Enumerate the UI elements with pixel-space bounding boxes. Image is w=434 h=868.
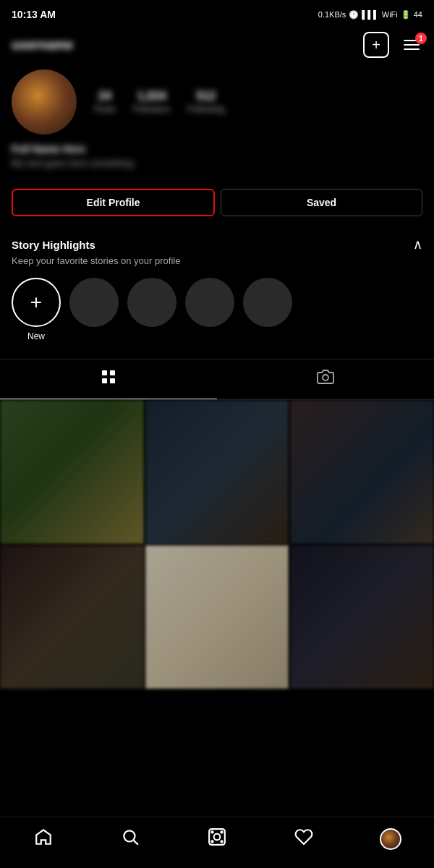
nav-search[interactable] [112, 825, 148, 854]
nav-profile-avatar [380, 828, 401, 850]
svg-rect-1 [110, 370, 115, 375]
hamburger-line-3 [404, 48, 420, 50]
followers-count: 1,024 [137, 90, 166, 103]
edit-profile-button[interactable]: Edit Profile [12, 189, 215, 216]
followers-label: Followers [133, 104, 170, 114]
photo-cell-6[interactable] [290, 545, 434, 689]
highlight-circle-2 [127, 278, 176, 327]
highlight-item-3[interactable] [185, 278, 234, 341]
saved-button[interactable]: Saved [221, 189, 422, 216]
photo-cell-2[interactable] [145, 400, 289, 544]
svg-point-11 [211, 841, 213, 842]
battery-icon: 🔋 [401, 10, 411, 20]
photo-grid [0, 400, 434, 689]
posts-label: Posts [94, 104, 116, 114]
photo-cell-3[interactable] [290, 400, 434, 544]
svg-line-6 [134, 841, 138, 845]
status-bar: 10:13 AM 0.1KB/s 🕐 ▌▌▌ WiFi 🔋 44 [0, 0, 434, 26]
header-actions: + 1 [363, 32, 422, 58]
app-header: username + 1 [0, 26, 434, 64]
highlight-circle-1 [69, 278, 119, 327]
add-content-button[interactable]: + [363, 32, 389, 58]
photo-cell-5[interactable] [145, 545, 289, 689]
signal-icon: ▌▌▌ [362, 10, 378, 19]
heart-icon [294, 827, 313, 851]
highlight-add-button[interactable]: + [12, 278, 61, 327]
highlight-item-1[interactable] [69, 278, 119, 341]
tab-grid[interactable] [0, 359, 217, 399]
svg-point-4 [323, 375, 328, 380]
posts-stat: 24 Posts [94, 90, 116, 114]
highlight-new-label: New [27, 331, 45, 341]
nav-profile[interactable] [373, 825, 409, 854]
status-icons: 0.1KB/s 🕐 ▌▌▌ WiFi 🔋 44 [318, 10, 422, 20]
svg-point-10 [221, 831, 222, 833]
avatar [12, 69, 77, 135]
hamburger-line-2 [404, 44, 420, 46]
posts-count: 24 [98, 90, 111, 103]
network-speed: 0.1KB/s [318, 10, 346, 19]
following-label: Following [187, 104, 224, 114]
battery-level: 44 [414, 10, 422, 19]
wifi-icon: WiFi [382, 10, 398, 19]
svg-point-12 [221, 841, 222, 842]
notification-badge: 1 [415, 33, 427, 44]
highlight-circle-4 [243, 278, 292, 327]
svg-point-8 [214, 834, 221, 841]
highlights-list: + New [12, 278, 422, 347]
profile-section: 24 Posts 1,024 Followers 512 Following F… [0, 64, 434, 183]
highlights-header: Story Highlights ∧ [12, 237, 422, 252]
photo-cell-4[interactable] [0, 545, 144, 689]
action-buttons: Edit Profile Saved [0, 183, 434, 222]
username-label: username [12, 38, 73, 53]
photo-cell-1[interactable] [0, 400, 144, 544]
svg-point-5 [124, 830, 135, 841]
highlights-subtitle: Keep your favorite stories on your profi… [12, 255, 422, 266]
nav-reels[interactable] [199, 825, 235, 854]
nav-heart[interactable] [286, 825, 322, 854]
plus-icon: + [30, 292, 42, 312]
followers-stat[interactable]: 1,024 Followers [133, 90, 170, 114]
following-stat[interactable]: 512 Following [187, 90, 224, 114]
bottom-nav [0, 817, 434, 868]
svg-rect-0 [102, 370, 107, 375]
status-time: 10:13 AM [12, 9, 56, 20]
profile-top: 24 Posts 1,024 Followers 512 Following [12, 69, 422, 135]
search-icon [121, 827, 140, 851]
home-icon [34, 827, 53, 851]
menu-button[interactable]: 1 [401, 37, 422, 53]
highlight-circle-3 [185, 278, 234, 327]
clock-icon: 🕐 [349, 10, 359, 20]
highlights-collapse-button[interactable]: ∧ [413, 237, 422, 252]
highlight-new-item[interactable]: + New [12, 278, 61, 341]
following-count: 512 [196, 90, 216, 103]
profile-name: Full Name Here [12, 143, 422, 155]
profile-stats: 24 Posts 1,024 Followers 512 Following [94, 90, 422, 114]
highlight-item-4[interactable] [243, 278, 292, 341]
highlights-title: Story Highlights [12, 239, 95, 251]
reels-icon [208, 827, 226, 851]
highlight-item-2[interactable] [127, 278, 176, 341]
svg-rect-3 [110, 378, 115, 383]
content-tabs [0, 359, 434, 400]
svg-rect-2 [102, 378, 107, 383]
nav-home[interactable] [25, 825, 61, 854]
profile-info: Full Name Here Bio text goes here someth… [12, 143, 422, 169]
profile-bio: Bio text goes here something [12, 158, 422, 169]
camera-icon [317, 368, 334, 390]
svg-point-9 [211, 831, 213, 833]
highlights-section: Story Highlights ∧ Keep your favorite st… [0, 228, 434, 353]
grid-icon [100, 368, 117, 390]
tab-tagged[interactable] [217, 359, 434, 399]
